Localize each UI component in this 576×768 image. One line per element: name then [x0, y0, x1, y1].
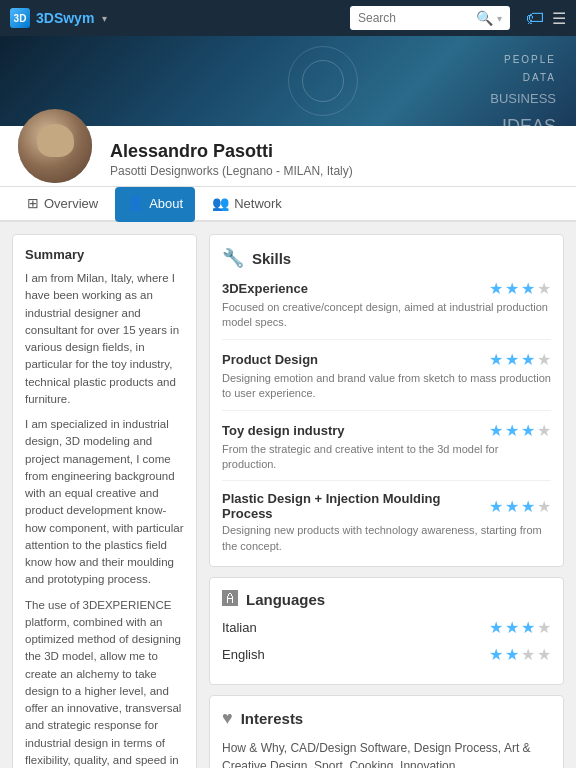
star-4: ★: [537, 497, 551, 516]
bookmark-icon[interactable]: 🏷: [526, 8, 544, 29]
star-3: ★: [521, 618, 535, 637]
menu-icon[interactable]: ☰: [552, 9, 566, 28]
skill-desc-3dexperience: Focused on creative/concept design, aime…: [222, 300, 551, 331]
lang-name-italian: Italian: [222, 620, 257, 635]
tab-overview[interactable]: ⊞ Overview: [15, 187, 110, 222]
right-column: 🔧 Skills 3DExperience ★ ★ ★ ★ Focused on…: [209, 234, 564, 768]
star-1: ★: [489, 421, 503, 440]
star-1: ★: [489, 279, 503, 298]
interests-section: ♥ Interests How & Why, CAD/Design Softwa…: [209, 695, 564, 768]
hero-orb-decoration: [288, 46, 358, 116]
overview-icon: ⊞: [27, 195, 39, 211]
star-3: ★: [521, 279, 535, 298]
star-1: ★: [489, 645, 503, 664]
languages-icon: 🅰: [222, 590, 238, 608]
languages-section: 🅰 Languages Italian ★ ★ ★ ★ English ★ ★ …: [209, 577, 564, 685]
skill-name-toy-design: Toy design industry: [222, 423, 345, 438]
skill-desc-product-design: Designing emotion and brand value from s…: [222, 371, 551, 402]
tab-network[interactable]: 👥 Network: [200, 187, 294, 222]
about-icon: 👤: [127, 195, 144, 211]
avatar: [15, 106, 95, 186]
search-icon[interactable]: 🔍: [476, 10, 493, 26]
tab-network-label: Network: [234, 196, 282, 211]
star-2: ★: [505, 618, 519, 637]
star-4: ★: [537, 350, 551, 369]
tab-about[interactable]: 👤 About: [115, 187, 195, 222]
languages-header: 🅰 Languages: [222, 590, 551, 608]
star-1: ★: [489, 497, 503, 516]
brand-cube-icon: 3D: [10, 8, 30, 28]
star-2: ★: [505, 421, 519, 440]
interests-content: How & Why, CAD/Design Software, Design P…: [222, 739, 551, 768]
profile-info: Alessandro Pasotti Pasotti Designworks (…: [110, 141, 561, 186]
star-2: ★: [505, 645, 519, 664]
star-3: ★: [521, 350, 535, 369]
search-input[interactable]: [358, 11, 472, 25]
brand-dropdown-icon[interactable]: ▾: [102, 13, 107, 24]
star-3: ★: [521, 645, 535, 664]
star-4: ★: [537, 618, 551, 637]
star-3: ★: [521, 497, 535, 516]
search-bar[interactable]: 🔍 ▾: [350, 6, 510, 30]
star-2: ★: [505, 497, 519, 516]
search-chevron-icon[interactable]: ▾: [497, 13, 502, 24]
skill-stars-toy-design: ★ ★ ★ ★: [489, 421, 551, 440]
skills-header: 🔧 Skills: [222, 247, 551, 269]
summary-para-1: I am from Milan, Italy, where I have bee…: [25, 270, 184, 408]
interests-title: Interests: [241, 710, 304, 727]
nav-icons: 🏷 ☰: [526, 8, 566, 29]
skill-name-3dexperience: 3DExperience: [222, 281, 308, 296]
main-content: Summary I am from Milan, Italy, where I …: [0, 222, 576, 768]
lang-item-english: English ★ ★ ★ ★: [222, 645, 551, 664]
lang-name-english: English: [222, 647, 265, 662]
star-2: ★: [505, 279, 519, 298]
brand-logo[interactable]: 3D 3DSwym: [10, 8, 94, 28]
star-2: ★: [505, 350, 519, 369]
hero-business-label: BUSINESS: [490, 87, 556, 110]
skill-item-toy-design: Toy design industry ★ ★ ★ ★ From the str…: [222, 421, 551, 482]
summary-card: Summary I am from Milan, Italy, where I …: [12, 234, 197, 768]
tab-about-label: About: [149, 196, 183, 211]
skills-section: 🔧 Skills 3DExperience ★ ★ ★ ★ Focused on…: [209, 234, 564, 567]
skill-stars-plastic-design: ★ ★ ★ ★: [489, 497, 551, 516]
languages-title: Languages: [246, 591, 325, 608]
left-column: Summary I am from Milan, Italy, where I …: [12, 234, 197, 768]
skill-name-product-design: Product Design: [222, 352, 318, 367]
lang-stars-italian: ★ ★ ★ ★: [489, 618, 551, 637]
skill-stars-3dexperience: ★ ★ ★ ★: [489, 279, 551, 298]
skill-name-plastic-design: Plastic Design + Injection Moulding Proc…: [222, 491, 489, 521]
avatar-image: [18, 109, 92, 183]
star-4: ★: [537, 421, 551, 440]
skill-desc-toy-design: From the strategic and creative intent t…: [222, 442, 551, 473]
lang-item-italian: Italian ★ ★ ★ ★: [222, 618, 551, 637]
hero-ideas-label: IDEAS: [490, 110, 556, 126]
network-icon: 👥: [212, 195, 229, 211]
star-3: ★: [521, 421, 535, 440]
star-1: ★: [489, 618, 503, 637]
skill-item-plastic-design: Plastic Design + Injection Moulding Proc…: [222, 491, 551, 554]
skill-desc-plastic-design: Designing new products with technology a…: [222, 523, 551, 554]
profile-company: Pasotti Designworks (Legnano - MILAN, It…: [110, 164, 561, 178]
brand-name: 3DSwym: [36, 10, 94, 26]
top-navigation: 3D 3DSwym ▾ 🔍 ▾ 🏷 ☰: [0, 0, 576, 36]
interests-header: ♥ Interests: [222, 708, 551, 729]
summary-para-3: The use of 3DEXPERIENCE platform, combin…: [25, 597, 184, 769]
hero-labels: PEOPLE DATA BUSINESS IDEAS: [490, 51, 556, 126]
interests-icon: ♥: [222, 708, 233, 729]
profile-tabs: ⊞ Overview 👤 About 👥 Network: [0, 187, 576, 222]
skills-title: Skills: [252, 250, 291, 267]
star-1: ★: [489, 350, 503, 369]
lang-stars-english: ★ ★ ★ ★: [489, 645, 551, 664]
skill-item-3dexperience: 3DExperience ★ ★ ★ ★ Focused on creative…: [222, 279, 551, 340]
profile-header: Alessandro Pasotti Pasotti Designworks (…: [0, 126, 576, 187]
profile-name: Alessandro Pasotti: [110, 141, 561, 162]
summary-para-2: I am specialized in industrial design, 3…: [25, 416, 184, 589]
skills-icon: 🔧: [222, 247, 244, 269]
summary-title: Summary: [25, 247, 184, 262]
star-4: ★: [537, 645, 551, 664]
tab-overview-label: Overview: [44, 196, 98, 211]
skill-item-product-design: Product Design ★ ★ ★ ★ Designing emotion…: [222, 350, 551, 411]
star-4: ★: [537, 279, 551, 298]
skill-stars-product-design: ★ ★ ★ ★: [489, 350, 551, 369]
summary-text: I am from Milan, Italy, where I have bee…: [25, 270, 184, 768]
